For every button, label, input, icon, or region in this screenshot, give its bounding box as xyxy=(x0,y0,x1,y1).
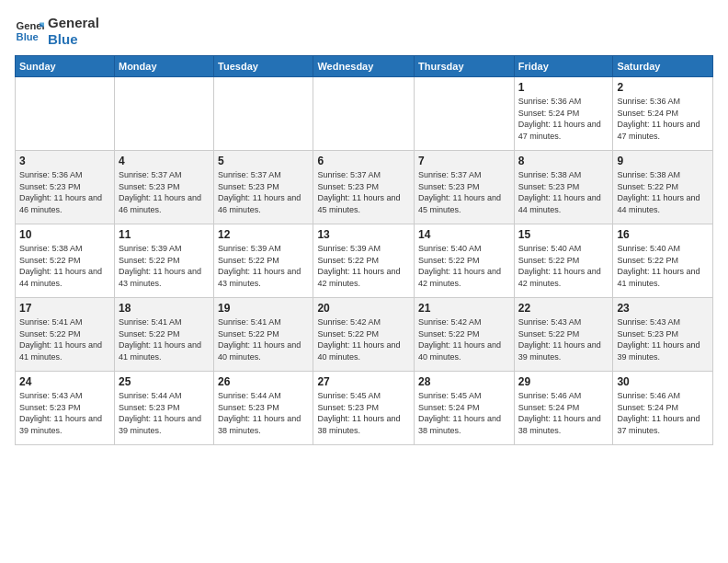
day-number: 25 xyxy=(119,375,210,388)
day-number: 2 xyxy=(617,81,709,94)
calendar-table: SundayMondayTuesdayWednesdayThursdayFrid… xyxy=(15,55,713,445)
day-number: 15 xyxy=(518,228,609,241)
day-number: 16 xyxy=(617,228,709,241)
day-info: Sunrise: 5:44 AM Sunset: 5:23 PM Dayligh… xyxy=(119,390,210,436)
calendar-cell: 27Sunrise: 5:45 AM Sunset: 5:23 PM Dayli… xyxy=(313,372,415,445)
calendar-cell: 2Sunrise: 5:36 AM Sunset: 5:24 PM Daylig… xyxy=(613,77,713,151)
day-number: 24 xyxy=(19,375,110,388)
calendar-cell: 9Sunrise: 5:38 AM Sunset: 5:22 PM Daylig… xyxy=(613,151,713,224)
calendar-cell: 17Sunrise: 5:41 AM Sunset: 5:22 PM Dayli… xyxy=(16,298,115,372)
day-info: Sunrise: 5:42 AM Sunset: 5:22 PM Dayligh… xyxy=(317,316,410,362)
day-number: 3 xyxy=(19,155,110,167)
day-info: Sunrise: 5:38 AM Sunset: 5:22 PM Dayligh… xyxy=(617,169,709,215)
day-info: Sunrise: 5:38 AM Sunset: 5:23 PM Dayligh… xyxy=(518,169,609,215)
day-number: 21 xyxy=(418,302,510,315)
day-info: Sunrise: 5:40 AM Sunset: 5:22 PM Dayligh… xyxy=(617,243,709,289)
logo: General Blue General Blue xyxy=(15,15,99,48)
column-header-friday: Friday xyxy=(514,56,613,77)
calendar-cell: 10Sunrise: 5:38 AM Sunset: 5:22 PM Dayli… xyxy=(16,224,115,298)
day-info: Sunrise: 5:44 AM Sunset: 5:23 PM Dayligh… xyxy=(218,390,309,436)
calendar-cell xyxy=(313,77,415,151)
calendar-week-row: 1Sunrise: 5:36 AM Sunset: 5:24 PM Daylig… xyxy=(16,77,713,151)
calendar-cell: 21Sunrise: 5:42 AM Sunset: 5:22 PM Dayli… xyxy=(415,298,515,372)
calendar-cell xyxy=(415,77,515,151)
calendar-cell: 5Sunrise: 5:37 AM Sunset: 5:23 PM Daylig… xyxy=(214,151,313,224)
day-info: Sunrise: 5:43 AM Sunset: 5:22 PM Dayligh… xyxy=(518,316,609,362)
day-info: Sunrise: 5:40 AM Sunset: 5:22 PM Dayligh… xyxy=(518,243,609,289)
calendar-week-row: 3Sunrise: 5:36 AM Sunset: 5:23 PM Daylig… xyxy=(16,151,713,224)
calendar-cell: 14Sunrise: 5:40 AM Sunset: 5:22 PM Dayli… xyxy=(415,224,515,298)
calendar-week-row: 10Sunrise: 5:38 AM Sunset: 5:22 PM Dayli… xyxy=(16,224,713,298)
day-number: 18 xyxy=(119,302,210,315)
day-info: Sunrise: 5:43 AM Sunset: 5:23 PM Dayligh… xyxy=(19,390,110,436)
day-info: Sunrise: 5:41 AM Sunset: 5:22 PM Dayligh… xyxy=(119,316,210,362)
day-number: 10 xyxy=(19,228,110,241)
calendar-cell: 16Sunrise: 5:40 AM Sunset: 5:22 PM Dayli… xyxy=(613,224,713,298)
calendar-cell: 26Sunrise: 5:44 AM Sunset: 5:23 PM Dayli… xyxy=(214,372,313,445)
day-info: Sunrise: 5:38 AM Sunset: 5:22 PM Dayligh… xyxy=(19,243,110,289)
day-number: 12 xyxy=(218,228,309,241)
day-number: 4 xyxy=(119,155,210,167)
calendar-cell: 29Sunrise: 5:46 AM Sunset: 5:24 PM Dayli… xyxy=(514,372,613,445)
day-info: Sunrise: 5:43 AM Sunset: 5:23 PM Dayligh… xyxy=(617,316,709,362)
logo-general: General xyxy=(48,15,99,31)
day-info: Sunrise: 5:37 AM Sunset: 5:23 PM Dayligh… xyxy=(317,169,410,215)
calendar-cell: 12Sunrise: 5:39 AM Sunset: 5:22 PM Dayli… xyxy=(214,224,313,298)
calendar-cell: 4Sunrise: 5:37 AM Sunset: 5:23 PM Daylig… xyxy=(114,151,213,224)
calendar-cell xyxy=(16,77,115,151)
calendar-week-row: 24Sunrise: 5:43 AM Sunset: 5:23 PM Dayli… xyxy=(16,372,713,445)
calendar-cell: 11Sunrise: 5:39 AM Sunset: 5:22 PM Dayli… xyxy=(114,224,213,298)
column-header-wednesday: Wednesday xyxy=(313,56,415,77)
day-info: Sunrise: 5:39 AM Sunset: 5:22 PM Dayligh… xyxy=(218,243,309,289)
day-info: Sunrise: 5:36 AM Sunset: 5:24 PM Dayligh… xyxy=(617,96,709,142)
day-info: Sunrise: 5:37 AM Sunset: 5:23 PM Dayligh… xyxy=(418,169,510,215)
calendar-cell: 20Sunrise: 5:42 AM Sunset: 5:22 PM Dayli… xyxy=(313,298,415,372)
calendar-cell: 22Sunrise: 5:43 AM Sunset: 5:22 PM Dayli… xyxy=(514,298,613,372)
day-info: Sunrise: 5:37 AM Sunset: 5:23 PM Dayligh… xyxy=(218,169,309,215)
day-number: 28 xyxy=(418,375,510,388)
day-number: 13 xyxy=(317,228,410,241)
logo-blue: Blue xyxy=(48,31,99,48)
calendar-cell: 18Sunrise: 5:41 AM Sunset: 5:22 PM Dayli… xyxy=(114,298,213,372)
day-number: 7 xyxy=(418,155,510,167)
day-info: Sunrise: 5:36 AM Sunset: 5:24 PM Dayligh… xyxy=(518,96,609,142)
day-number: 14 xyxy=(418,228,510,241)
day-number: 26 xyxy=(218,375,309,388)
day-info: Sunrise: 5:39 AM Sunset: 5:22 PM Dayligh… xyxy=(119,243,210,289)
day-number: 8 xyxy=(518,155,609,167)
calendar-cell: 6Sunrise: 5:37 AM Sunset: 5:23 PM Daylig… xyxy=(313,151,415,224)
calendar-cell: 3Sunrise: 5:36 AM Sunset: 5:23 PM Daylig… xyxy=(16,151,115,224)
calendar-cell: 7Sunrise: 5:37 AM Sunset: 5:23 PM Daylig… xyxy=(415,151,515,224)
day-info: Sunrise: 5:46 AM Sunset: 5:24 PM Dayligh… xyxy=(518,390,609,436)
calendar-cell: 24Sunrise: 5:43 AM Sunset: 5:23 PM Dayli… xyxy=(16,372,115,445)
day-info: Sunrise: 5:45 AM Sunset: 5:24 PM Dayligh… xyxy=(418,390,510,436)
day-number: 9 xyxy=(617,155,709,167)
column-header-monday: Monday xyxy=(114,56,213,77)
svg-text:Blue: Blue xyxy=(17,31,39,42)
day-number: 6 xyxy=(317,155,410,167)
day-info: Sunrise: 5:46 AM Sunset: 5:24 PM Dayligh… xyxy=(617,390,709,436)
day-info: Sunrise: 5:40 AM Sunset: 5:22 PM Dayligh… xyxy=(418,243,510,289)
day-number: 1 xyxy=(518,81,609,94)
day-info: Sunrise: 5:39 AM Sunset: 5:22 PM Dayligh… xyxy=(317,243,410,289)
calendar-cell: 30Sunrise: 5:46 AM Sunset: 5:24 PM Dayli… xyxy=(613,372,713,445)
calendar-cell: 13Sunrise: 5:39 AM Sunset: 5:22 PM Dayli… xyxy=(313,224,415,298)
calendar-cell: 8Sunrise: 5:38 AM Sunset: 5:23 PM Daylig… xyxy=(514,151,613,224)
column-header-saturday: Saturday xyxy=(613,56,713,77)
calendar-cell: 15Sunrise: 5:40 AM Sunset: 5:22 PM Dayli… xyxy=(514,224,613,298)
day-info: Sunrise: 5:42 AM Sunset: 5:22 PM Dayligh… xyxy=(418,316,510,362)
calendar-cell xyxy=(214,77,313,151)
day-info: Sunrise: 5:36 AM Sunset: 5:23 PM Dayligh… xyxy=(19,169,110,215)
column-header-sunday: Sunday xyxy=(16,56,115,77)
calendar-cell xyxy=(114,77,213,151)
column-header-thursday: Thursday xyxy=(415,56,515,77)
column-header-tuesday: Tuesday xyxy=(214,56,313,77)
day-number: 19 xyxy=(218,302,309,315)
day-number: 29 xyxy=(518,375,609,388)
day-info: Sunrise: 5:45 AM Sunset: 5:23 PM Dayligh… xyxy=(317,390,410,436)
calendar-cell: 23Sunrise: 5:43 AM Sunset: 5:23 PM Dayli… xyxy=(613,298,713,372)
day-info: Sunrise: 5:41 AM Sunset: 5:22 PM Dayligh… xyxy=(218,316,309,362)
day-number: 30 xyxy=(617,375,709,388)
calendar-header-row: SundayMondayTuesdayWednesdayThursdayFrid… xyxy=(16,56,713,77)
day-number: 11 xyxy=(119,228,210,241)
